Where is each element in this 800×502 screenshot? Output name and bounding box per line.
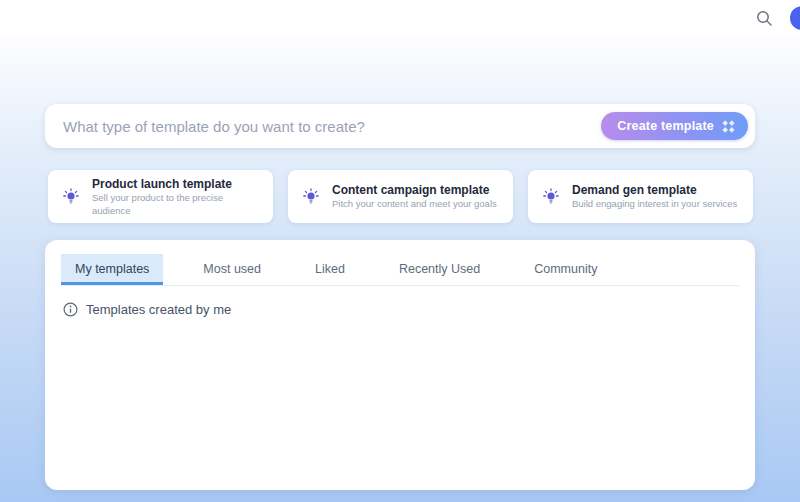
- tab-most-used[interactable]: Most used: [189, 254, 275, 285]
- sparkle-diamonds-icon: [721, 119, 736, 134]
- templates-panel: My templates Most used Liked Recently Us…: [45, 240, 755, 490]
- empty-state-text: Templates created by me: [86, 302, 231, 317]
- lightbulb-icon: [302, 188, 320, 206]
- suggestion-cards-row: Product launch template Sell your produc…: [48, 170, 754, 223]
- card-title: Demand gen template: [572, 182, 737, 198]
- lightbulb-icon: [62, 188, 80, 206]
- tab-liked[interactable]: Liked: [301, 254, 359, 285]
- card-title: Content campaign template: [332, 182, 497, 198]
- card-subtitle: Pitch your content and meet your goals: [332, 198, 497, 211]
- card-content-campaign[interactable]: Content campaign template Pitch your con…: [288, 170, 513, 223]
- card-subtitle: Build engaging interest in your services: [572, 198, 737, 211]
- card-product-launch[interactable]: Product launch template Sell your produc…: [48, 170, 273, 223]
- create-template-label: Create template: [617, 119, 714, 133]
- tab-my-templates[interactable]: My templates: [61, 254, 163, 285]
- search-icon[interactable]: [754, 8, 774, 28]
- card-title: Product launch template: [92, 176, 263, 192]
- avatar[interactable]: [790, 6, 800, 30]
- top-bar: [0, 0, 800, 36]
- empty-state: Templates created by me: [63, 302, 737, 317]
- card-subtitle: Sell your product to the precise audienc…: [92, 192, 263, 218]
- lightbulb-icon: [542, 188, 560, 206]
- create-template-button[interactable]: Create template: [601, 112, 748, 140]
- template-prompt-input[interactable]: [63, 104, 601, 148]
- tab-recently-used[interactable]: Recently Used: [385, 254, 494, 285]
- info-icon: [63, 302, 78, 317]
- card-demand-gen[interactable]: Demand gen template Build engaging inter…: [528, 170, 753, 223]
- templates-tabs: My templates Most used Liked Recently Us…: [61, 254, 739, 286]
- template-prompt-bar: Create template: [45, 104, 755, 148]
- tab-community[interactable]: Community: [520, 254, 611, 285]
